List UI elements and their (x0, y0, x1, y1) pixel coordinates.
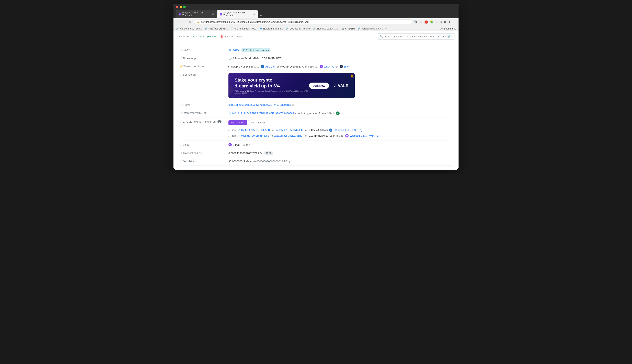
dollar1-text: ($0.41) (251, 65, 260, 68)
bookmark-vonderswap[interactable]: 🔗 VonderSwap | VO... (358, 27, 383, 30)
erc20-count-badge: 2 (218, 120, 222, 123)
transfer1-amount: 0.405243 (309, 129, 319, 132)
contract-file-icon: 📄 (229, 112, 231, 114)
bookmarks-more-button[interactable]: » (385, 27, 387, 30)
bookmark-icon-degatchi: 🔗 (286, 27, 289, 30)
new-tab-button[interactable]: + (258, 13, 263, 18)
bookmark-knapsack[interactable]: 📄 0/1 Knapsack Prob... (231, 27, 257, 30)
wmatic-link[interactable]: WMATIC (324, 65, 334, 68)
bookmark-chatgpt[interactable]: 🤖 ChatGPT (341, 27, 355, 30)
oneinch-link[interactable]: 1inch (344, 65, 350, 68)
pol-price-label: POL Price: (177, 35, 189, 38)
interacted-copy-icon[interactable]: ⧉ (333, 112, 335, 115)
interacted-address-link[interactable]: 0x1111111254EEB25477B68fb85Ed929f73A9605… (232, 112, 294, 115)
link-button[interactable]: 🔗 (447, 35, 452, 38)
transfer-arrow-1: ▸ (229, 129, 230, 131)
chevron-icon: ▸ (229, 65, 230, 68)
search-icon-btn[interactable]: 🔍 (414, 20, 418, 24)
tab-label-1: Polygon PoS Chain Transacti... (182, 11, 210, 17)
bookmark-degatchi[interactable]: 🔗 DeGatchi | Projects (286, 27, 311, 30)
theme-toggle-button[interactable]: ☀ (441, 35, 446, 38)
search-input[interactable] (384, 35, 435, 38)
erc20-label: ⓘ ERC-20 Tokens Transferred: 2 (179, 120, 224, 123)
search-shortcut-slash[interactable]: / (437, 35, 440, 38)
oneinch-token-badge[interactable]: 1 1inch (340, 65, 350, 68)
net-transfers-tab[interactable]: Net Transfers (248, 120, 268, 125)
search-icon: 🔍 (380, 35, 383, 38)
bookmark-eigentx[interactable]: 🔗 EigenTx: 0x3a4...4... (313, 27, 339, 30)
value-info-icon[interactable]: ⓘ (179, 143, 182, 146)
extension-icon-5[interactable]: ⬢ (444, 20, 447, 24)
extension-icon-3[interactable]: ⚙ (435, 20, 438, 24)
bookmark-ethereum[interactable]: 🔷 Ethereum Virtual... (260, 27, 283, 30)
usdc-link[interactable]: USDC.e (265, 65, 275, 68)
gas-price-gwei-text: 30.000000019 Gwei (229, 160, 252, 163)
bookmark-thai[interactable]: 🔗 การตุ้มแบบน้ำหมั... (204, 27, 229, 30)
browser-tab-1[interactable]: P Polygon PoS Chain Transacti... ✕ (176, 10, 217, 18)
from-copy-icon[interactable]: ⧉ (292, 104, 294, 106)
gas-price-info-icon[interactable]: ⓘ (179, 160, 182, 163)
fee-label: ⓘ Transaction Fee: (179, 152, 224, 154)
svg-point-3 (239, 76, 247, 84)
download-button[interactable]: ⬇ (448, 20, 451, 24)
reload-button[interactable]: ↻ (188, 20, 192, 24)
transfer2-to-address[interactable]: 0x8815Fc05...97Ed305BB (274, 134, 303, 137)
swap-text: Swap (231, 65, 238, 68)
value-dollar-text: ($0.00) (242, 143, 250, 146)
bookmarks-folder[interactable]: All Bookmarks (441, 27, 456, 30)
address-bar[interactable]: 🔒 polygonscan.com/tx/0x95a923716f299ed69… (194, 20, 412, 24)
erc20-info-icon[interactable]: ⓘ (179, 120, 182, 123)
transfer1-from-address[interactable]: 0x8815Fc05...97Ed305BB (241, 129, 270, 132)
transfer-tabs: All Transfers Net Transfers (229, 120, 379, 125)
extension-icon-4[interactable]: S (440, 20, 442, 24)
maximize-window-button[interactable] (183, 6, 186, 8)
ad-banner: × Stake your crypto& earn yield up to 6%… (229, 73, 355, 98)
browser-tab-2[interactable]: P Polygon PoS Chain Transacti... ✕ (217, 10, 258, 18)
from-address-link[interactable]: 0x8815Fc0515f5a3a09cCFf01Eb6C27e497Ed305… (229, 103, 291, 106)
timestamp-info-icon[interactable]: ⓘ (179, 57, 182, 60)
bookmark-label-degatchi: DeGatchi | Projects (290, 27, 311, 30)
transfer1-token-link[interactable]: USD Coin (Po... (USDC.e) (333, 129, 362, 132)
value-pol-text: 0 POL (233, 143, 241, 146)
tx-action-info-icon[interactable]: ⚡ (179, 65, 182, 68)
gas-value: 37.5 GWei (231, 35, 242, 38)
dollar2-text: ($0.41) (310, 65, 318, 68)
back-button[interactable]: ← (176, 20, 180, 24)
forward-button[interactable]: → (182, 20, 186, 24)
tx-action-row: ⚡ Transaction Action: ▸ Swap 0.405243 ($… (179, 62, 453, 71)
tab-favicon-1: P (179, 12, 181, 16)
extension-icon-2[interactable]: 🧩 (430, 20, 434, 24)
wmatic-token-badge[interactable]: M WMATIC (320, 65, 334, 68)
minimize-window-button[interactable] (179, 6, 182, 8)
transfer2-token-link[interactable]: Wrapped Mati... (WMATIC) (350, 134, 379, 137)
bookmark-randomness[interactable]: 🔗 Randomness | soli... (176, 27, 202, 30)
search-bar[interactable]: 🔍 / ☀ 🔗 (377, 33, 455, 40)
block-info-icon[interactable]: ⓘ (179, 48, 182, 52)
usdc-token-badge[interactable]: U USDC.e (261, 65, 275, 68)
interacted-label: ⓘ Interacted With (To): (179, 112, 224, 114)
tab-close-1[interactable]: ✕ (212, 13, 214, 15)
all-transfers-tab[interactable]: All Transfers (229, 120, 247, 125)
bookmark-star-button[interactable]: ☆ (419, 20, 423, 24)
block-number-link[interactable]: 62114150 (229, 48, 240, 52)
transfer2-from-icon: 📄 (238, 135, 240, 137)
from-info-icon[interactable]: ⓘ (179, 103, 182, 106)
menu-button[interactable]: ⋮ (453, 20, 456, 24)
gas-price-row: ⓘ Gas Price: 30.000000019 Gwei (0.000000… (179, 158, 453, 166)
extension-icon-1[interactable]: 🔴 (424, 20, 428, 24)
transfer1-to-address[interactable]: 0xcd353F79...56b54e858 (275, 129, 303, 132)
tab-close-2[interactable]: ✕ (253, 13, 255, 15)
interacted-info-icon[interactable]: ⓘ (179, 112, 182, 114)
bookmarks-more-icon: » (385, 27, 387, 30)
tx-content: ⓘ Block: 62114150 2178 Block Confirmatio… (173, 42, 459, 170)
ad-close-button[interactable]: × (351, 74, 353, 78)
close-window-button[interactable] (176, 6, 178, 8)
sponsored-info-icon[interactable]: ⓘ (179, 73, 182, 76)
svg-point-4 (229, 87, 234, 93)
ad-join-button[interactable]: Join Now (309, 82, 329, 89)
fee-info-icon[interactable]: ⓘ (179, 152, 182, 154)
usdc-icon: U (261, 65, 264, 68)
oneinch-icon: 1 (340, 65, 343, 68)
transfer1-token-icon: U (329, 128, 332, 132)
transfer2-from-address[interactable]: 0xcd353F79...56b54e858 (241, 134, 269, 137)
